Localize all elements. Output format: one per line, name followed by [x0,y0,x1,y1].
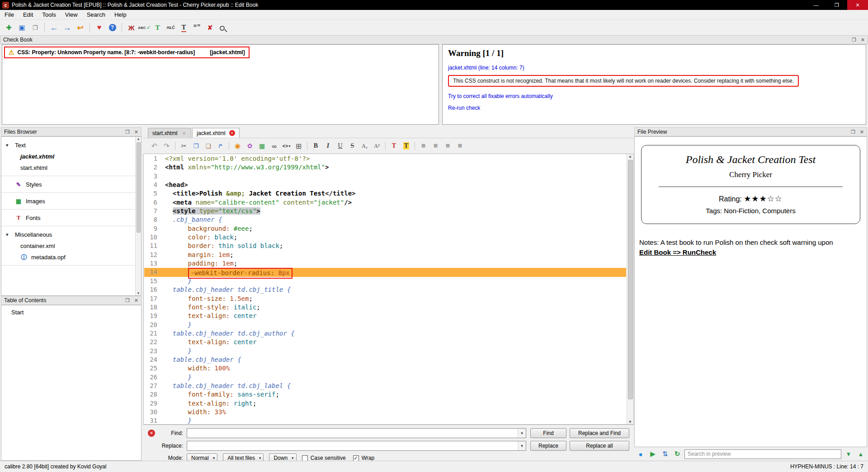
insert-special-character-icon[interactable]: ◉ [232,140,243,152]
code-line-16[interactable]: 16 table.cbj_header td.cbj_title { [144,285,626,294]
align-justify-icon[interactable]: ≡ [454,140,466,152]
close-button[interactable]: ✕ [847,0,868,10]
file-item-metadata-opf[interactable]: ⓘmetadata.opf [1,252,135,263]
code-line-5[interactable]: 5 <title>Polish &amp; Jacket Creation Te… [144,189,626,198]
code-line-30[interactable]: 30 width: 33% [144,408,626,416]
insert-tag-icon[interactable]: <>▾ [281,140,292,152]
find-input[interactable]: ▾ [187,428,526,438]
code-line-31[interactable]: 31 } [144,416,626,424]
checkbox-case-sensitive[interactable]: Case sensitive [302,455,346,461]
code-line-20[interactable]: 20 } [144,321,626,329]
code-line-2[interactable]: 2<html xmlns="http://www.w3.org/1999/xht… [144,163,626,172]
minimize-button[interactable]: — [806,0,826,10]
donate-icon[interactable]: ♥ [93,22,105,34]
checkbox-wrap[interactable]: ✓Wrap [353,455,374,461]
insert-special-character-icon[interactable]: T [151,22,164,34]
files-scrollbar[interactable]: ▲ ▼ [135,137,141,295]
code-line-18[interactable]: 18 font-style: italic; [144,303,626,312]
code-line-12[interactable]: 12 margin: 1em; [144,251,626,259]
superscript-icon[interactable]: A² [371,140,382,152]
menu-edit[interactable]: Edit [19,10,38,19]
code-line-25[interactable]: 25 width: 100% [144,364,626,373]
replace-button[interactable]: Replace [530,441,566,451]
menu-view[interactable]: View [61,10,82,19]
underline-icon[interactable]: U [335,140,346,152]
code-line-14[interactable]: 14 -webkit-border-radius: 8px [144,268,626,276]
save-icon[interactable]: ▣ [16,22,28,34]
strikethrough-icon[interactable]: S [347,140,358,152]
code-line-22[interactable]: 22 text-align: center [144,338,626,346]
code-line-24[interactable]: 24 table.cbj_header { [144,355,626,364]
replace-all-button[interactable]: Replace all [570,441,629,451]
forward-icon[interactable]: → [61,22,73,34]
check-error-item[interactable]: ⚠CSS: Property: Unknown Property name. [… [4,47,250,58]
scroll-down-icon[interactable]: ▼ [628,420,632,424]
file-item-container-xml[interactable]: container.xml [1,240,135,252]
tab-start-xhtml[interactable]: start.xhtml× [148,128,191,138]
code-line-19[interactable]: 19 text-align: center [144,312,626,320]
cut-icon[interactable]: ✂ [178,140,189,152]
notes-link[interactable]: Edit Book => RunCheck [639,248,716,256]
code-line-11[interactable]: 11 border: thin solid black; [144,242,626,250]
align-left-icon[interactable]: ≡ [418,140,429,152]
new-file-icon[interactable]: ✚ [3,22,15,34]
files-category-miscellaneous[interactable]: ▾Miscellaneous [1,229,135,240]
save-copy-icon[interactable]: ❐ [29,22,41,34]
code-line-3[interactable]: 3 [144,172,626,181]
maximize-button[interactable]: ❐ [826,0,847,10]
align-right-icon[interactable]: ≡ [442,140,453,152]
close-panel-icon[interactable]: ✕ [861,37,865,43]
scroll-up-icon[interactable]: ▲ [137,137,140,141]
smarten-punctuation-icon[interactable]: “” [191,22,203,34]
fix-errors-link[interactable]: Try to correct all fixable errors automa… [448,93,553,99]
tab-close-icon[interactable]: × [181,130,187,136]
code-line-10[interactable]: 10 color: black; [144,233,626,242]
code-line-29[interactable]: 29 text-align: right; [144,399,626,408]
menu-file[interactable]: File [0,10,19,19]
insert-hyperlink-icon[interactable]: ∞ [269,140,280,152]
close-panel-icon[interactable]: ✕ [134,129,138,135]
code-line-4[interactable]: 4<head> [144,181,626,189]
combo-dropdown-icon[interactable]: ▾ [518,441,526,450]
file-item-jacket-xhtml[interactable]: jacket.xhtml [1,151,135,162]
code-line-21[interactable]: 21 table.cbj_header td.cbj_author { [144,329,626,338]
rerun-check-link[interactable]: Re-run check [448,105,480,111]
code-line-7[interactable]: 7 <style type="text/css"> [144,207,626,215]
revert-icon[interactable]: ↩ [74,22,86,34]
combo-dropdown-icon[interactable]: ▾ [518,429,526,438]
run-preview-icon[interactable]: ▶ [648,449,658,459]
editor-scrollbar[interactable]: ▲ ▼ [627,154,633,424]
beautify-text-icon[interactable]: T [178,22,190,34]
scrollbar-thumb[interactable] [628,160,633,399]
code-line-27[interactable]: 27 table.cbj_header td.cbj_label { [144,382,626,390]
spell-check-icon[interactable]: ABC✓ [138,22,151,34]
refresh-preview-icon[interactable]: ↻ [672,449,682,459]
warning-location-link[interactable]: jacket.xhtml (line: 14 column: 7) [448,65,524,71]
tab-close-icon[interactable]: × [229,130,235,136]
close-find-icon[interactable]: ✕ [148,430,155,437]
background-color-icon[interactable]: T [401,140,412,152]
preview-search-input[interactable] [684,449,841,459]
code-line-26[interactable]: 26 } [144,373,626,382]
scroll-down-icon[interactable]: ▼ [137,291,140,295]
find-button[interactable]: Find [530,428,566,438]
italic-icon[interactable]: I [322,140,334,152]
code-line-23[interactable]: 23 } [144,347,626,355]
find-previous-icon[interactable]: ▲ [856,449,866,459]
code-line-9[interactable]: 9 background: #eee; [144,224,626,233]
back-icon[interactable]: ← [48,22,60,34]
remove-unused-css-icon[interactable]: ✘ [204,22,216,34]
replace-input[interactable]: ▾ [187,441,526,451]
float-panel-icon[interactable]: ❐ [125,129,130,135]
scrollbar-thumb[interactable] [137,142,141,233]
paste-icon[interactable]: ❑ [203,140,214,152]
insert-comment-icon[interactable]: /* [215,140,226,152]
expander-icon[interactable]: ▾ [6,142,11,148]
float-panel-icon[interactable]: ❐ [852,37,856,43]
text-color-icon[interactable]: T [388,140,400,152]
code-line-8[interactable]: 8 .cbj_banner { [144,215,626,224]
copy-icon[interactable]: ❐ [190,140,202,152]
files-category-fonts[interactable]: TFonts [1,212,135,224]
sync-preview-icon[interactable]: ⇅ [660,449,670,459]
code-line-6[interactable]: 6 <meta name="calibre-content" content="… [144,198,626,207]
